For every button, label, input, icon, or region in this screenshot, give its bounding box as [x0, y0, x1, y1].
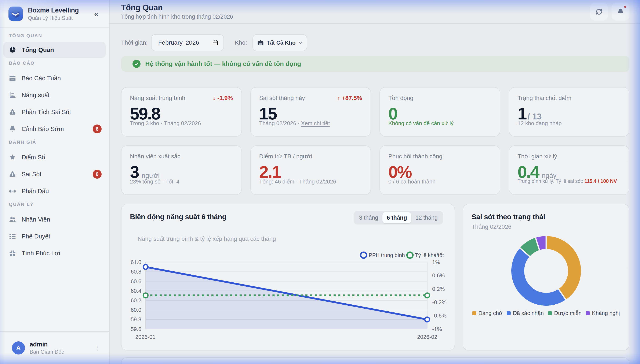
svg-text:0.6%: 0.6%	[432, 272, 445, 278]
svg-text:61.0: 61.0	[131, 259, 141, 265]
svg-text:60.8: 60.8	[131, 268, 141, 275]
svg-text:Tỷ lệ khá/tốt: Tỷ lệ khá/tốt	[415, 252, 444, 258]
svg-text:59.8: 59.8	[131, 316, 141, 322]
svg-text:-0.6%: -0.6%	[432, 312, 447, 319]
svg-text:1%: 1%	[432, 259, 440, 265]
svg-text:60.4: 60.4	[131, 288, 141, 294]
svg-text:59.6: 59.6	[131, 326, 141, 332]
svg-text:60.0: 60.0	[131, 307, 141, 313]
svg-text:0.2%: 0.2%	[432, 286, 445, 292]
svg-text:2026-02: 2026-02	[417, 334, 437, 340]
svg-text:PPH trung bình: PPH trung bình	[369, 252, 405, 258]
svg-text:-0.2%: -0.2%	[432, 299, 447, 306]
svg-text:2026-01: 2026-01	[135, 334, 155, 340]
svg-text:-1%: -1%	[432, 326, 442, 332]
svg-text:60.6: 60.6	[131, 278, 141, 284]
svg-text:60.2: 60.2	[131, 297, 141, 304]
